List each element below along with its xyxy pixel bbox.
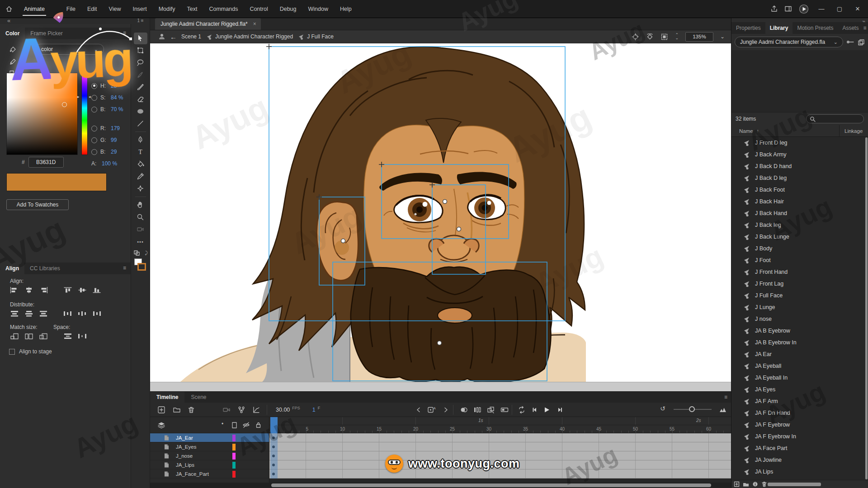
library-item[interactable]: J Back Hair xyxy=(731,196,868,207)
library-item[interactable]: J Front Hand xyxy=(731,266,868,278)
checkbox-icon[interactable] xyxy=(9,349,15,355)
more-tools-button[interactable]: ••• xyxy=(134,236,147,248)
radio-g[interactable] xyxy=(91,137,97,143)
align-top-icon[interactable] xyxy=(62,286,73,294)
previous-keyframe-icon[interactable] xyxy=(415,406,422,414)
library-item[interactable]: JA Eyeball xyxy=(731,360,868,372)
loop-icon[interactable] xyxy=(517,406,526,414)
delete-item-icon[interactable] xyxy=(761,481,767,487)
library-item[interactable]: JA Lips xyxy=(731,466,868,478)
collapse-panel-icon[interactable]: « xyxy=(7,17,10,24)
layer-row[interactable]: J_nose xyxy=(150,451,269,460)
library-item[interactable]: J Full Face xyxy=(731,290,868,301)
space-vertical-icon[interactable] xyxy=(62,332,73,340)
layer-row[interactable]: JA_Ear xyxy=(150,433,269,442)
free-transform-tool[interactable] xyxy=(134,45,147,56)
layer-row[interactable]: JA_Lips xyxy=(150,460,269,469)
timeline-zoom-knob[interactable] xyxy=(689,406,695,412)
hsb-row-h[interactable]: H: 28 ° xyxy=(91,83,121,89)
menu-item[interactable]: Animate xyxy=(18,0,51,18)
library-item[interactable]: J Back Foot xyxy=(731,184,868,196)
match-height-icon[interactable] xyxy=(24,332,34,340)
library-menu-icon[interactable]: ≡ xyxy=(863,25,868,31)
library-item[interactable]: J Back D leg xyxy=(731,172,868,184)
library-item[interactable]: JA F Eyebrow xyxy=(731,419,868,431)
zoom-stepper[interactable]: ⌃⌄ xyxy=(675,33,679,40)
camera-tool[interactable] xyxy=(134,224,147,235)
fill-style-select[interactable]: color ⌄ xyxy=(35,44,104,55)
menu-item[interactable]: Help xyxy=(334,0,358,18)
stage-canvas[interactable] xyxy=(150,43,731,391)
panel-tab[interactable]: Align xyxy=(0,263,24,274)
align-to-stage-checkbox[interactable]: Align to stage xyxy=(9,348,52,355)
edit-multiple-frames-icon[interactable] xyxy=(486,406,495,414)
library-item[interactable]: J Body xyxy=(731,243,868,254)
library-tab[interactable]: Assets xyxy=(838,22,863,34)
reset-timeline-zoom-icon[interactable]: ↺ xyxy=(660,405,665,412)
library-item[interactable]: JA Face Part xyxy=(731,442,868,454)
step-back-icon[interactable] xyxy=(531,406,539,414)
home-icon[interactable] xyxy=(0,5,18,13)
panel-tab[interactable]: CC Libraries xyxy=(24,263,66,274)
step-forward-icon[interactable] xyxy=(556,406,564,414)
outline-column-icon[interactable] xyxy=(231,422,237,428)
library-tab[interactable]: Properties xyxy=(731,22,765,34)
window-maximize-button[interactable]: ▢ xyxy=(834,5,845,12)
library-item[interactable]: JA Eyeball In xyxy=(731,372,868,384)
library-item[interactable]: J Front D leg xyxy=(731,137,868,149)
library-tab[interactable]: Motion Presets xyxy=(793,22,838,34)
layer-color-chip[interactable] xyxy=(232,453,236,460)
menu-item[interactable]: Modify xyxy=(153,0,181,18)
distribute-right-icon[interactable] xyxy=(91,310,102,318)
line-tool[interactable] xyxy=(134,118,147,130)
stroke-color-icon[interactable] xyxy=(9,58,17,66)
distribute-bottom-icon[interactable] xyxy=(38,310,49,318)
center-frame-icon[interactable] xyxy=(632,33,639,41)
next-keyframe-icon[interactable] xyxy=(442,406,449,414)
library-item[interactable]: J Back D hand xyxy=(731,160,868,172)
library-item[interactable]: J Front Lag xyxy=(731,278,868,290)
layer-color-chip[interactable] xyxy=(232,462,236,469)
graph-editor-icon[interactable] xyxy=(252,406,260,414)
menu-item[interactable]: Commands xyxy=(203,0,244,18)
layer-row[interactable]: JA_Face_Part xyxy=(150,469,269,479)
workspace-icon[interactable] xyxy=(784,5,792,13)
library-item[interactable]: JA F Eyebrow In xyxy=(731,431,868,442)
text-tool[interactable]: T xyxy=(134,146,147,158)
test-movie-button[interactable] xyxy=(798,4,809,14)
library-item[interactable]: JA B Eyebrow In xyxy=(731,337,868,348)
timeline-frames-row[interactable] xyxy=(269,451,731,460)
distribute-top-icon[interactable] xyxy=(9,310,20,318)
item-properties-icon[interactable] xyxy=(752,481,758,487)
library-item[interactable]: J Back Lunge xyxy=(731,231,868,243)
library-scrollbar[interactable] xyxy=(865,137,868,480)
frame-span-icon[interactable] xyxy=(500,406,509,414)
align-panel-menu-icon[interactable]: ≡ xyxy=(123,265,131,271)
zoom-level-input[interactable]: 135% xyxy=(685,32,713,42)
library-item[interactable]: J Lunge xyxy=(731,301,868,313)
timeline-scrollbar[interactable] xyxy=(150,483,731,488)
new-folder-icon[interactable] xyxy=(173,406,181,414)
saturation-brightness-picker[interactable] xyxy=(6,73,78,155)
hex-color-input[interactable] xyxy=(28,157,64,168)
oval-tool[interactable] xyxy=(134,106,147,117)
layer-color-chip[interactable] xyxy=(232,444,236,450)
new-symbol-icon[interactable] xyxy=(734,481,740,487)
menu-item[interactable]: File xyxy=(61,0,81,18)
layer-color-chip[interactable] xyxy=(232,435,236,441)
playhead[interactable] xyxy=(270,417,278,433)
character-artwork[interactable] xyxy=(156,43,731,382)
breadcrumb-scene[interactable]: Scene 1 xyxy=(181,33,201,40)
color-picker-marker[interactable] xyxy=(62,102,67,107)
zoom-tool[interactable] xyxy=(134,211,147,223)
library-scrollbar-thumb[interactable] xyxy=(865,137,868,479)
current-color-swatch[interactable] xyxy=(6,173,107,191)
library-item[interactable]: JA Ear xyxy=(731,348,868,360)
highlight-column-icon[interactable]: • xyxy=(222,421,223,427)
tab-close-icon[interactable]: × xyxy=(253,21,256,27)
layer-parenting-icon[interactable] xyxy=(237,406,245,414)
breadcrumb-symbol[interactable]: Junglie Aadmi Character Rigged xyxy=(206,33,293,40)
rgb-row-g[interactable]: G: 99 xyxy=(91,137,117,143)
timeline-menu-icon[interactable]: ≡ xyxy=(724,394,727,400)
toolbar-menu-icon[interactable]: ≡ xyxy=(141,18,144,23)
